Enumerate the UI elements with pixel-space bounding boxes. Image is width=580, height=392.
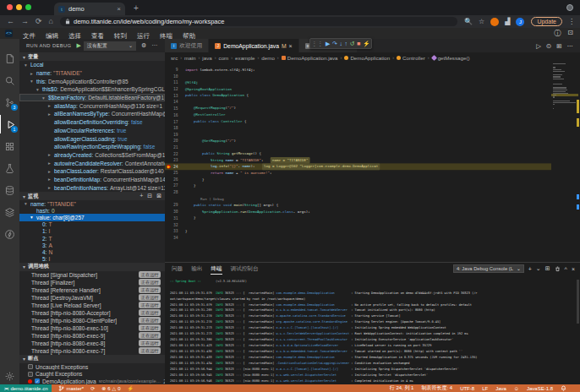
- step-over-icon[interactable]: ↷: [332, 41, 337, 47]
- variable-row[interactable]: 3:A: [19, 242, 165, 248]
- browser-menu-icon[interactable]: ⋮: [568, 18, 575, 25]
- variable-row[interactable]: ▾this$0:DemoApplication$$EnhancerBySprin…: [19, 85, 165, 94]
- layers-icon[interactable]: [0, 203, 19, 221]
- source-control-icon[interactable]: 3: [0, 93, 19, 112]
- encoding-indicator[interactable]: UTF-8: [460, 386, 474, 391]
- thread-row[interactable]: Thread [http-nio-8080-Acceptor]正在运行: [19, 309, 165, 317]
- breadcrumb-item[interactable]: demo: [261, 55, 274, 61]
- thread-row[interactable]: Thread [Live Reload Server]正在运行: [19, 302, 165, 309]
- watch-close-icon[interactable]: ⊠: [156, 193, 161, 199]
- notifications-bell-icon[interactable]: [561, 385, 566, 391]
- variable-row[interactable]: ▾$$beanFactory:DefaultListableBeanFactor…: [19, 94, 165, 102]
- breakpoint-checkbox[interactable]: ✓: [35, 378, 40, 384]
- variable-row[interactable]: 1:I: [19, 228, 165, 235]
- thread-row[interactable]: Thread [http-nio-8080-exec-9]正在运行: [19, 332, 165, 340]
- window-zoom-button[interactable]: [25, 4, 31, 10]
- variable-row[interactable]: ▾Local: [19, 61, 165, 69]
- tab-size-indicator[interactable]: 制表符长度: 4: [421, 384, 452, 392]
- variable-row[interactable]: allowRawInjectionDespiteWrapping:false: [19, 143, 165, 151]
- variable-row[interactable]: ▾value:char[8]@257: [19, 214, 165, 220]
- breakpoint-checkbox[interactable]: [28, 364, 33, 369]
- panel-scrollbar[interactable]: [577, 280, 579, 324]
- problems-indicator[interactable]: ⊗ 6 △ 0: [101, 385, 120, 391]
- variable-row[interactable]: ▸alreadyCreated:Collections$SetFromMap@1…: [19, 151, 165, 160]
- breadcrumb-item[interactable]: example: [235, 55, 254, 61]
- address-bar[interactable]: demo.titanide.cn/ide/web/coding/demo/my-…: [60, 17, 457, 26]
- profile-avatar[interactable]: J: [516, 18, 524, 26]
- terminal-output[interactable]: :: Spring Boot :: (v2.3.10.RELEASE)2021-…: [165, 278, 580, 383]
- panel-maximize-icon[interactable]: ^: [565, 266, 567, 272]
- breakpoint-current-line-icon[interactable]: ▶: [167, 165, 172, 170]
- extensions-puzzle-icon[interactable]: ▟: [505, 18, 510, 25]
- new-tab-button[interactable]: +: [134, 3, 139, 13]
- hot-reload-icon[interactable]: ⚡: [363, 41, 370, 47]
- database-icon[interactable]: [0, 181, 19, 199]
- restart-icon[interactable]: ↺: [350, 41, 355, 47]
- editor-more-icon[interactable]: ⋯: [567, 42, 574, 50]
- layout-icon[interactable]: ⊡: [567, 29, 573, 38]
- extensions-icon[interactable]: [0, 137, 19, 155]
- run-debug-icon[interactable]: 1: [0, 115, 19, 133]
- remote-indicator[interactable]: >< demo.titanide.cn: [0, 384, 52, 392]
- step-out-icon[interactable]: ↑: [345, 41, 348, 46]
- editor-tab[interactable]: i欢迎使用: [165, 39, 209, 52]
- thread-row[interactable]: Thread [http-nio-8080-exec-8]正在运行: [19, 340, 165, 347]
- language-indicator[interactable]: Java: [495, 386, 506, 391]
- debug-alt-icon[interactable]: ⊙: [546, 42, 551, 50]
- codelens-run-debug[interactable]: Run | Debug: [165, 196, 551, 203]
- start-debug-icon[interactable]: ▶: [77, 42, 81, 49]
- tab-close-icon[interactable]: ×: [117, 5, 121, 13]
- bookmark-star-icon[interactable]: ☆: [479, 18, 484, 25]
- breakpoints-section-header[interactable]: ▾断点: [19, 355, 165, 363]
- panel-tab-输出[interactable]: 输出: [191, 263, 202, 275]
- breakpoint-row[interactable]: Caught Exceptions: [19, 370, 165, 378]
- tab-close-icon[interactable]: ×: [289, 43, 293, 49]
- info-icon[interactable]: ⓘ: [554, 29, 561, 38]
- variable-row[interactable]: ▸beanDefinitionNames:ArrayList@142 size=…: [19, 183, 165, 192]
- variable-row[interactable]: ▸allBeanNamesByType:ConcurrentHashMap@13…: [19, 110, 165, 118]
- sync-indicator[interactable]: ⟳: [90, 385, 95, 391]
- variable-row[interactable]: ▸autowireCandidateResolver:ContextAnnota…: [19, 159, 165, 167]
- branch-indicator[interactable]: master*: [58, 385, 84, 391]
- watch-section-header[interactable]: ▾监视 +⊟⊠: [19, 192, 165, 200]
- breadcrumb-item[interactable]: src: [171, 55, 178, 61]
- thread-row[interactable]: Thread [DestroyJavaVM]正在运行: [19, 294, 165, 302]
- variables-section-header[interactable]: ▾变量: [19, 52, 165, 61]
- extension-avatar-icon[interactable]: [490, 18, 499, 26]
- callstack-section-header[interactable]: ▾调用堆栈: [19, 263, 165, 271]
- breadcrumb-item[interactable]: java: [202, 55, 211, 61]
- thread-row[interactable]: Thread [Finalizer]正在运行: [19, 279, 165, 286]
- search-icon[interactable]: [0, 71, 19, 90]
- variable-row[interactable]: ▾name:"TITANIDE": [19, 200, 165, 207]
- stop-icon[interactable]: ■: [357, 41, 360, 46]
- terminal-dropdown-icon[interactable]: ⌄: [536, 265, 541, 272]
- window-minimize-button[interactable]: [16, 4, 22, 10]
- step-into-icon[interactable]: ↓: [339, 41, 342, 46]
- editor-tab[interactable]: JDemoApplication.javaM×: [209, 39, 299, 52]
- code-editor[interactable]: 9import lombok.extern.slf4j.Slf4j;1011@S…: [165, 63, 551, 262]
- panel-tab-问题[interactable]: 问题: [172, 263, 183, 275]
- breakpoint-row[interactable]: Uncaught Exceptions: [19, 363, 165, 371]
- split-terminal-icon[interactable]: ⊞: [545, 265, 550, 272]
- panel-close-icon[interactable]: ×: [572, 266, 575, 272]
- sidebar-more-icon[interactable]: ⋯: [151, 42, 157, 49]
- eol-indicator[interactable]: LF: [482, 386, 488, 391]
- variable-row[interactable]: 0:T: [19, 221, 165, 228]
- variable-row[interactable]: allowCircularReferences:true: [19, 127, 165, 135]
- panel-tab-终端[interactable]: 终端: [211, 263, 222, 275]
- variable-row[interactable]: allowBeanDefinitionOverriding:false: [19, 118, 165, 127]
- toolbar-drag-handle[interactable]: ⋮⋮: [311, 41, 323, 47]
- breadcrumb-item[interactable]: DemoApplication.java: [282, 55, 338, 61]
- thread-row[interactable]: Thread [Signal Dispatcher]正在运行: [19, 271, 165, 279]
- power-bolt-icon[interactable]: [0, 225, 19, 243]
- debug-config-dropdown[interactable]: 没有配置⌄: [84, 41, 136, 51]
- breadcrumb-item[interactable]: main: [184, 55, 195, 61]
- jdk-indicator[interactable]: JavaSE-1.8: [527, 386, 553, 391]
- breadcrumb-item[interactable]: DemoApplication: [344, 55, 390, 61]
- split-editor-icon[interactable]: ⊞: [556, 42, 561, 50]
- feedback-smiley-icon[interactable]: ☺: [514, 386, 519, 391]
- console-selector-dropdown[interactable]: 4: Java Debug Console (L⌄: [453, 264, 524, 273]
- breadcrumb[interactable]: src›main›java›com›example›demo›DemoAppli…: [165, 52, 580, 63]
- browser-profile-icon[interactable]: [566, 4, 573, 11]
- run-file-icon[interactable]: ▷: [536, 42, 541, 50]
